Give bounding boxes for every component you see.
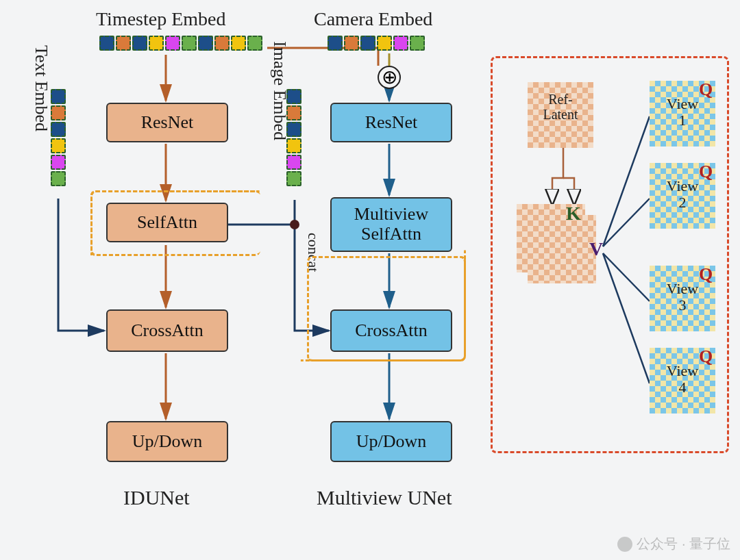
right-mvselfattn-text: MultiviewSelfAttn [354,205,428,244]
right-mvselfattn-block: MultiviewSelfAttn [330,197,452,252]
timestep-embed-strip [99,36,262,51]
q4: Q [699,346,713,367]
diagram-canvas: Timestep Embed Camera Embed Text Embed I… [0,0,740,560]
text-embed-strip [51,89,66,186]
view4-text: View 4 [662,363,703,396]
add-op-icon: ⊕ [378,66,401,89]
ref-latent-text: Ref-Latent [536,92,585,122]
camera-embed-label: Camera Embed [314,8,432,30]
dash-seg-2b [307,256,466,361]
left-crossattn-block: CrossAttn [106,309,228,352]
left-updown-block: Up/Down [106,421,228,462]
right-resnet-text: ResNet [365,113,418,133]
right-updown-block: Up/Down [330,421,452,462]
left-crossattn-text: CrossAttn [131,321,203,341]
view2-text: View 2 [662,178,703,211]
image-embed-strip [286,89,301,186]
right-col-title: Multiview UNet [317,486,452,509]
k-label: K [566,203,581,225]
q1: Q [699,79,713,100]
concat-dot [290,220,299,229]
watermark: 公众号 · 量子位 [617,535,730,553]
view1-text: View 1 [662,96,703,129]
left-col-title: IDUNet [123,486,190,509]
view3-text: View 3 [662,281,703,314]
camera-embed-strip [328,36,425,51]
q2: Q [699,162,713,182]
watermark-text: 公众号 · 量子位 [637,535,730,553]
v-label: V [589,238,603,260]
left-resnet-block: ResNet [106,103,228,142]
left-updown-text: Up/Down [132,432,203,452]
text-embed-label: Text Embed [31,45,51,131]
dash-seg-1b [90,190,260,256]
left-resnet-text: ResNet [141,113,194,133]
wechat-icon [617,537,632,552]
q3: Q [699,264,713,285]
timestep-embed-label: Timestep Embed [96,8,226,30]
right-resnet-block: ResNet [330,103,452,142]
right-updown-text: Up/Down [356,432,427,452]
